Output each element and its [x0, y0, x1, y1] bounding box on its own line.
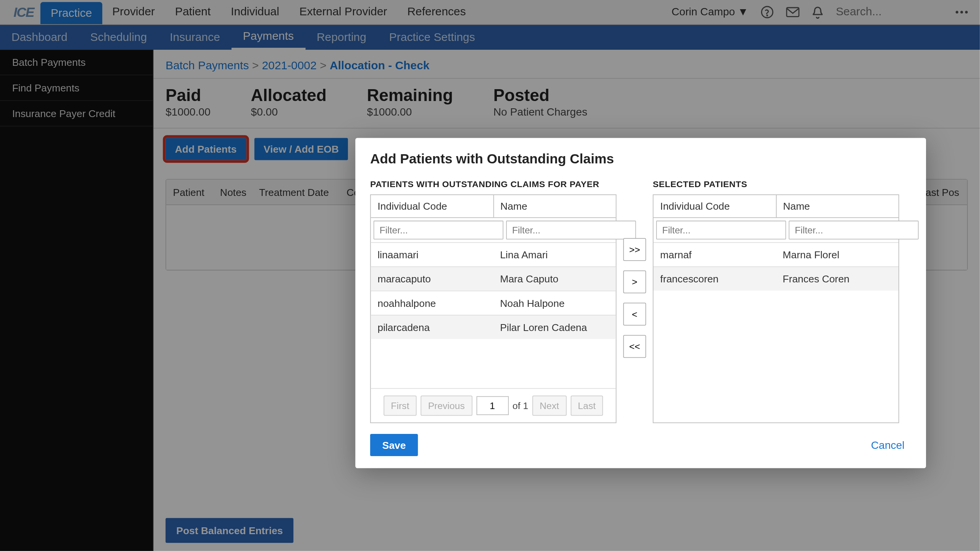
move-all-left-button[interactable]: << — [623, 335, 646, 358]
available-column: PATIENTS WITH OUTSTANDING CLAIMS FOR PAY… — [370, 179, 616, 423]
selected-label: SELECTED PATIENTS — [653, 179, 899, 189]
add-patients-modal: Add Patients with Outstanding Claims PAT… — [355, 138, 926, 468]
available-filter-name[interactable] — [506, 221, 636, 240]
list-item[interactable]: pilarcadena Pilar Loren Cadena — [371, 315, 616, 339]
available-rows: linaamari Lina Amari maracaputo Mara Cap… — [371, 242, 616, 388]
cancel-button[interactable]: Cancel — [864, 435, 911, 455]
pager-of: of 1 — [513, 400, 528, 411]
available-col-code: Individual Code — [371, 195, 494, 217]
available-label: PATIENTS WITH OUTSTANDING CLAIMS FOR PAY… — [370, 179, 616, 189]
selected-col-code: Individual Code — [653, 195, 776, 217]
item-code: noahhalpone — [371, 291, 493, 315]
available-filter-code[interactable] — [374, 221, 503, 240]
item-code: pilarcadena — [371, 316, 493, 339]
move-all-right-button[interactable]: >> — [623, 238, 646, 261]
available-col-name: Name — [493, 195, 616, 217]
item-code: maracaputo — [371, 267, 493, 291]
item-code: marnaf — [653, 243, 776, 267]
item-name: Noah Halpone — [493, 291, 616, 315]
item-code: francescoren — [653, 267, 776, 291]
move-buttons: >> > < << — [623, 238, 646, 358]
list-item[interactable]: maracaputo Mara Caputo — [371, 266, 616, 290]
selected-column: SELECTED PATIENTS Individual Code Name m… — [653, 179, 899, 423]
list-item[interactable]: marnaf Marna Florel — [653, 242, 898, 266]
list-item[interactable]: linaamari Lina Amari — [371, 242, 616, 266]
list-item[interactable]: francescoren Frances Coren — [653, 266, 898, 290]
selected-filter-code[interactable] — [656, 221, 786, 240]
selected-rows: marnaf Marna Florel francescoren Frances… — [653, 242, 898, 422]
available-listbox: Individual Code Name linaamari Lina Amar… — [370, 194, 616, 423]
modal-title: Add Patients with Outstanding Claims — [370, 152, 911, 167]
modal-footer: Save Cancel — [370, 434, 911, 456]
selected-listbox: Individual Code Name marnaf Marna Florel — [653, 194, 899, 423]
move-left-button[interactable]: < — [623, 303, 646, 326]
item-name: Lina Amari — [493, 243, 616, 267]
selected-col-name: Name — [776, 195, 898, 217]
save-button[interactable]: Save — [370, 434, 418, 456]
pager-last[interactable]: Last — [570, 396, 603, 416]
list-item[interactable]: noahhalpone Noah Halpone — [371, 290, 616, 315]
item-name: Frances Coren — [776, 267, 898, 291]
pager-page-input[interactable] — [476, 396, 508, 415]
pager-next[interactable]: Next — [532, 396, 566, 416]
pager-first[interactable]: First — [384, 396, 417, 416]
available-pager: First Previous of 1 Next Last — [371, 388, 616, 422]
item-code: linaamari — [371, 243, 493, 267]
item-name: Pilar Loren Cadena — [493, 316, 616, 339]
move-right-button[interactable]: > — [623, 271, 646, 293]
item-name: Marna Florel — [776, 243, 898, 267]
selected-filter-name[interactable] — [789, 221, 918, 240]
item-name: Mara Caputo — [493, 267, 616, 291]
pager-previous[interactable]: Previous — [421, 396, 472, 416]
